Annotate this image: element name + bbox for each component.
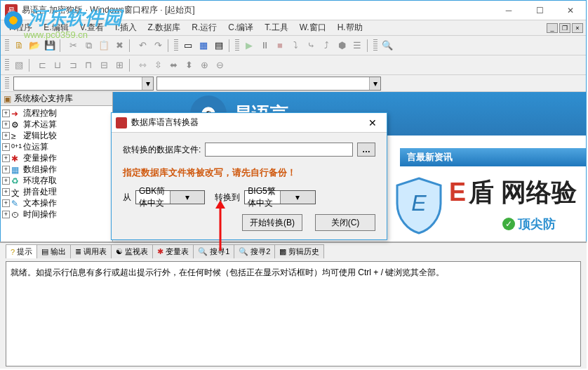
- chevron-down-icon: ▾: [170, 191, 204, 204]
- mdi-restore-button[interactable]: ❐: [559, 23, 570, 33]
- tree-item[interactable]: 环境存取: [23, 175, 57, 187]
- maximize-button[interactable]: ☐: [524, 1, 555, 20]
- menu-compile[interactable]: C.编译: [222, 20, 259, 35]
- tree-item[interactable]: 文本操作: [23, 197, 57, 209]
- expand-icon[interactable]: +: [2, 177, 10, 185]
- dialog-close-button[interactable]: ✕: [363, 115, 382, 131]
- redo-icon[interactable]: ↷: [151, 39, 165, 53]
- tab-search1[interactable]: 🔍搜寻1: [193, 244, 234, 258]
- menu-program[interactable]: F.程序: [4, 20, 38, 35]
- stop-icon[interactable]: ■: [273, 39, 287, 53]
- align-4-icon[interactable]: ⊓: [81, 58, 95, 72]
- step-over-icon[interactable]: ⤵: [288, 39, 302, 53]
- menu-help[interactable]: H.帮助: [332, 20, 368, 35]
- output-panel: ?提示 ▤输出 ≣调用表 ☯监视表 ✱变量表 🔍搜寻1 🔍搜寻2 ▩剪辑历史 就…: [0, 242, 587, 369]
- expand-icon[interactable]: +: [2, 188, 10, 196]
- tree-item[interactable]: 拼音处理: [23, 186, 57, 198]
- new-file-icon[interactable]: 🗎: [12, 39, 26, 53]
- menu-insert[interactable]: I.插入: [109, 20, 142, 35]
- menu-tools[interactable]: T.工具: [259, 20, 293, 35]
- center-v-icon[interactable]: ⊖: [213, 58, 227, 72]
- save-file-icon[interactable]: 💾: [43, 39, 57, 53]
- open-file-icon[interactable]: 📂: [27, 39, 41, 53]
- pause-icon[interactable]: ⏸: [258, 39, 272, 53]
- tree-item[interactable]: 变量操作: [23, 152, 57, 164]
- align-1-icon[interactable]: ⊏: [35, 58, 49, 72]
- menu-run[interactable]: R.运行: [186, 20, 222, 35]
- tab-search2[interactable]: 🔍搜寻2: [234, 244, 275, 258]
- undo-icon[interactable]: ↶: [135, 39, 149, 53]
- menu-edit[interactable]: E.编辑: [38, 20, 74, 35]
- output-textbox[interactable]: 就绪。如提示行信息有多行或超出提示行外，在任何时候（包括正在显示对话框时）均可使…: [6, 261, 581, 366]
- center-h-icon[interactable]: ⊕: [197, 58, 211, 72]
- panel-toggle-icon[interactable]: ▭: [181, 39, 195, 53]
- align-6-icon[interactable]: ⊞: [112, 58, 126, 72]
- run-icon[interactable]: ▶: [242, 39, 256, 53]
- dist-v-icon[interactable]: ⇳: [151, 58, 165, 72]
- tab-tips[interactable]: ?提示: [6, 244, 37, 258]
- tree-item[interactable]: 算术运算: [23, 119, 57, 131]
- object-combo[interactable]: ▾: [13, 77, 154, 91]
- step-into-icon[interactable]: ⤷: [304, 39, 318, 53]
- panel-toggle2-icon[interactable]: ▦: [196, 39, 211, 53]
- warning-text: 指定数据库文件将被改写，请先自行备份！: [123, 166, 375, 179]
- close-button[interactable]: ✕: [555, 1, 586, 20]
- copy-icon[interactable]: ⧉: [81, 39, 95, 53]
- dialog-titlebar[interactable]: 数据库语言转换器 ✕: [112, 113, 387, 133]
- toolbar-separator: [367, 39, 370, 52]
- tab-cliphistory[interactable]: ▩剪辑历史: [274, 244, 324, 258]
- mdi-minimize-button[interactable]: _: [547, 23, 558, 33]
- tab-output[interactable]: ▤输出: [36, 244, 71, 258]
- menu-window[interactable]: W.窗口: [294, 20, 332, 35]
- expand-icon[interactable]: +: [2, 199, 10, 207]
- bookmark-icon[interactable]: ☰: [350, 39, 364, 53]
- expand-icon[interactable]: +: [2, 211, 10, 218]
- tree-item[interactable]: 逻辑比较: [23, 130, 57, 142]
- tree-item[interactable]: 数组操作: [23, 164, 57, 176]
- panel-toggle3-icon[interactable]: ▤: [212, 39, 226, 53]
- mdi-close-button[interactable]: ×: [572, 23, 583, 33]
- expand-icon[interactable]: +: [2, 143, 10, 151]
- align-2-icon[interactable]: ⊔: [51, 58, 65, 72]
- toolbar-grip-icon: [5, 59, 9, 72]
- step-out-icon[interactable]: ⤴: [319, 39, 333, 53]
- menu-database[interactable]: Z.数据库: [142, 20, 187, 35]
- align-5-icon[interactable]: ⊟: [97, 58, 111, 72]
- menu-view[interactable]: V.查看: [74, 20, 109, 35]
- expand-icon[interactable]: +: [2, 166, 10, 173]
- tab-watch[interactable]: ☯监视表: [111, 244, 153, 258]
- expand-icon[interactable]: +: [2, 132, 10, 140]
- titlebar: 易 易语言·加密狗版 · Windows窗口程序 · [起始页] ─ ☐ ✕: [1, 1, 586, 20]
- align-left-icon[interactable]: ▧: [12, 58, 26, 72]
- expand-icon[interactable]: +: [2, 121, 10, 128]
- tab-calls[interactable]: ≣调用表: [70, 244, 112, 258]
- tab-vars[interactable]: ✱变量表: [152, 244, 194, 258]
- browse-button[interactable]: …: [357, 143, 375, 157]
- eye-icon: ☯: [116, 247, 123, 256]
- close-dialog-button[interactable]: 关闭(C): [315, 214, 375, 231]
- expand-icon[interactable]: +: [2, 110, 10, 117]
- from-encoding-select[interactable]: GBK简体中文 ▾: [135, 190, 205, 204]
- toolbar-grip-icon: [5, 39, 9, 52]
- find-icon[interactable]: 🔍: [380, 39, 394, 53]
- event-combo[interactable]: ▾: [156, 77, 381, 91]
- paste-icon[interactable]: 📋: [97, 39, 111, 53]
- tree-item[interactable]: 流程控制: [23, 107, 57, 119]
- tree-item[interactable]: 时间操作: [23, 209, 57, 220]
- cut-icon[interactable]: ✂: [66, 39, 80, 53]
- to-encoding-select[interactable]: BIG5繁体中文 ▾: [244, 190, 315, 204]
- breakpoint-icon[interactable]: ⬢: [335, 39, 349, 53]
- same-h-icon[interactable]: ⬍: [182, 58, 196, 72]
- start-convert-button[interactable]: 开始转换(B): [242, 214, 302, 231]
- align-3-icon[interactable]: ⊐: [66, 58, 80, 72]
- same-w-icon[interactable]: ⬌: [166, 58, 180, 72]
- book-icon: ▣: [4, 94, 11, 104]
- toolbar-grip-icon: [235, 39, 239, 52]
- minimize-button[interactable]: ─: [493, 1, 524, 20]
- expand-icon[interactable]: +: [2, 154, 10, 162]
- app-icon: 易: [5, 4, 18, 17]
- delete-icon[interactable]: ✖: [112, 39, 126, 53]
- tree-item[interactable]: 位运算: [23, 141, 48, 153]
- dist-h-icon[interactable]: ⇿: [135, 58, 149, 72]
- file-path-input[interactable]: [205, 143, 353, 157]
